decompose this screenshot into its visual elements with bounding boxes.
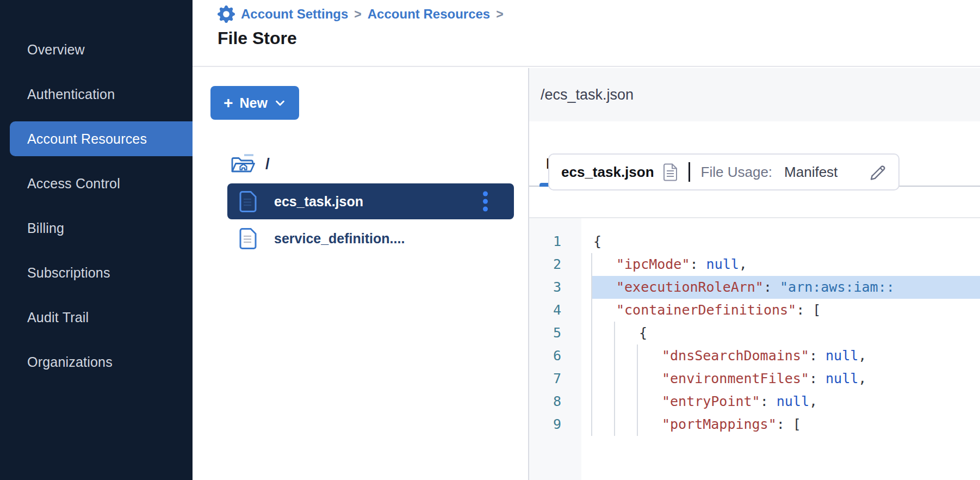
breadcrumb-link-account-settings[interactable]: Account Settings <box>241 7 348 22</box>
sidebar: OverviewAuthenticationAccount ResourcesA… <box>0 0 193 480</box>
document-icon <box>663 163 678 181</box>
sidebar-item-overview[interactable]: Overview <box>0 27 193 72</box>
sidebar-item-authentication[interactable]: Authentication <box>0 72 193 116</box>
edit-usage-button[interactable] <box>867 161 890 183</box>
code-line: { <box>591 230 980 253</box>
card-file-name: ecs_task.json <box>561 164 654 181</box>
code-token: { <box>639 325 647 341</box>
code-line: { <box>591 322 980 344</box>
code-token: , <box>858 348 866 364</box>
kebab-menu-icon[interactable] <box>481 189 490 214</box>
indent-guide <box>637 344 660 367</box>
home-folder-icon <box>230 152 256 175</box>
vertical-divider <box>689 162 690 182</box>
code-token: "containerDefinitions" <box>616 302 796 318</box>
file-usage-card: ecs_task.json File Usage: Manifest <box>548 153 900 190</box>
line-number: 5 <box>529 322 561 344</box>
breadcrumb-link-account-resources[interactable]: Account Resources <box>368 7 490 22</box>
line-number: 3 <box>529 276 561 299</box>
code-content: {"ipcMode": null,"executionRoleArn": "ar… <box>581 218 980 480</box>
line-number: 9 <box>529 413 561 436</box>
code-token: null <box>826 348 858 364</box>
code-line: "entryPoint": null, <box>591 390 980 413</box>
app-window: OverviewAuthenticationAccount ResourcesA… <box>0 0 980 480</box>
file-path-header: /ecs_task.json <box>529 68 980 121</box>
indent-guide <box>614 322 637 344</box>
code-token: : [ <box>796 302 821 318</box>
line-number: 1 <box>529 230 561 253</box>
new-button-label: New <box>240 95 268 111</box>
gear-icon <box>218 5 235 23</box>
code-editor[interactable]: 123456789 {"ipcMode": null,"executionRol… <box>529 217 980 480</box>
file-path: /ecs_task.json <box>541 87 634 103</box>
line-number: 2 <box>529 253 561 276</box>
file-row-ecs-task-json[interactable]: ecs_task.json <box>227 183 514 219</box>
file-list: ecs_task.json service_definition.... <box>227 183 514 257</box>
code-line-text: "dnsSearchDomains": null, <box>660 344 866 367</box>
sidebar-item-label: Audit Trail <box>27 310 89 325</box>
code-line-text: { <box>637 322 647 344</box>
sidebar-item-label: Organizations <box>27 354 113 370</box>
sidebar-item-account-resources[interactable]: Account Resources <box>10 121 193 156</box>
code-line: "portMappings": [ <box>591 413 980 436</box>
indent-guide <box>637 367 660 390</box>
indent-guide <box>614 390 637 413</box>
sidebar-item-label: Billing <box>27 220 64 236</box>
new-button[interactable]: + New <box>210 86 299 120</box>
code-line-highlighted: "executionRoleArn": "arn:aws:iam:: <box>591 276 980 299</box>
plus-icon: + <box>224 95 233 111</box>
indent-guide <box>591 276 614 299</box>
code-token: , <box>858 371 866 386</box>
indent-guide <box>591 299 614 322</box>
code-token: : <box>690 256 706 272</box>
file-usage-value: Manifest <box>784 164 838 181</box>
code-token: null <box>777 393 809 409</box>
indent-guide <box>637 390 660 413</box>
pencil-icon <box>869 163 888 181</box>
sidebar-item-label: Subscriptions <box>27 265 110 281</box>
code-token: { <box>593 233 601 249</box>
code-token: "ipcMode" <box>616 256 690 272</box>
file-browser-panel: + New / ecs_task.json service_definition… <box>193 68 528 480</box>
sidebar-item-subscriptions[interactable]: Subscriptions <box>0 250 193 295</box>
breadcrumb: Account Settings > Account Resources > <box>218 4 980 24</box>
breadcrumb-separator: > <box>354 7 361 22</box>
indent-guide <box>591 322 614 344</box>
chevron-down-icon <box>274 97 286 109</box>
sidebar-item-label: Account Resources <box>27 131 147 147</box>
code-token: : <box>809 371 826 386</box>
code-token: "portMappings" <box>662 416 777 432</box>
page-header: Account Settings > Account Resources > F… <box>193 0 980 67</box>
indent-guide <box>614 367 637 390</box>
code-token: "arn:aws:iam:: <box>780 279 895 295</box>
page-title: File Store <box>218 28 980 48</box>
sidebar-item-access-control[interactable]: Access Control <box>0 161 193 206</box>
indent-guide <box>591 253 614 276</box>
sidebar-item-organizations[interactable]: Organizations <box>0 340 193 384</box>
file-usage-label: File Usage: <box>701 164 773 181</box>
sidebar-nav: OverviewAuthenticationAccount ResourcesA… <box>0 0 193 384</box>
code-line-text: "entryPoint": null, <box>660 390 817 413</box>
code-token: : <box>809 348 826 364</box>
line-number: 6 <box>529 344 561 367</box>
code-token: : <box>764 279 780 295</box>
file-detail-pane: /ecs_task.json DetailsReferenced byActiv… <box>528 68 980 480</box>
line-number: 7 <box>529 367 561 390</box>
sidebar-item-audit-trail[interactable]: Audit Trail <box>0 295 193 340</box>
code-token: , <box>809 393 817 409</box>
code-token: : <box>760 393 777 409</box>
root-folder-label: / <box>265 155 270 173</box>
code-line-text: { <box>591 230 601 253</box>
root-folder-row[interactable]: / <box>230 152 270 175</box>
code-token: "executionRoleArn" <box>616 279 764 295</box>
indent-guide <box>614 413 637 436</box>
indent-guide <box>591 413 614 436</box>
code-line-text: "ipcMode": null, <box>614 253 747 276</box>
sidebar-item-billing[interactable]: Billing <box>0 206 193 250</box>
code-line: "environmentFiles": null, <box>591 367 980 390</box>
file-row-service-definition[interactable]: service_definition.... <box>227 220 514 256</box>
code-gutter: 123456789 <box>529 218 581 480</box>
file-name-label: ecs_task.json <box>274 194 363 210</box>
code-line: "containerDefinitions": [ <box>591 299 980 322</box>
file-name-label: service_definition.... <box>274 231 405 247</box>
